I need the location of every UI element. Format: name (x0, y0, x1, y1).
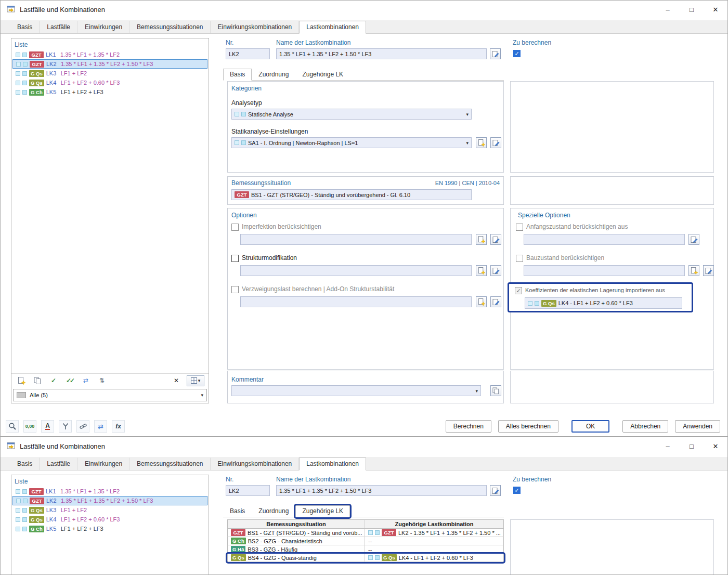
anwenden-button[interactable]: Anwenden (675, 420, 720, 433)
table-row[interactable]: G Ch BS2 - GZG - Charakteristisch -- (227, 537, 504, 545)
list-item[interactable]: GZT LK1 1.35 * LF1 + 1.35 * LF2 (12, 487, 207, 496)
list-item[interactable]: GZT LK1 1.35 * LF1 + 1.35 * LF2 (12, 50, 207, 59)
tab-bemessungssituationen[interactable]: Bemessungssituationen (129, 458, 210, 470)
list-item-selected[interactable]: GZT LK2 1.35 * LF1 + 1.35 * LF2 + 1.50 *… (12, 59, 207, 69)
new-settings-button[interactable] (476, 137, 487, 148)
minimize-button[interactable]: – (656, 437, 680, 455)
statik-dropdown[interactable]: SA1 - I. Ordnung | Newton-Raphson | LS=1… (231, 137, 472, 148)
column-header-bemessungssituation: Bemessungssituation (228, 520, 365, 528)
bemessung-field[interactable]: GZT BS1 - GZT (STR/GEO) - Ständig und vo… (231, 189, 472, 200)
name-field[interactable]: 1.35 * LF1 + 1.35 * LF2 + 1.50 * LF3 (276, 485, 487, 496)
tab-basis[interactable]: Basis (10, 458, 40, 470)
close-button[interactable]: ✕ (704, 437, 727, 455)
compute-checkbox[interactable]: ✓ (513, 50, 521, 57)
imperfektion-checkbox[interactable] (231, 224, 239, 231)
edit-imperfektion-button[interactable] (490, 234, 501, 245)
subtab-basis[interactable]: Basis (223, 69, 252, 81)
tab-lastkombinationen[interactable]: Lastkombinationen (299, 458, 366, 471)
new-verzweigungslast-button[interactable] (476, 296, 487, 307)
rename-button[interactable] (490, 485, 501, 496)
tab-einwirkungen[interactable]: Einwirkungen (77, 21, 129, 33)
koeffizienten-checkbox[interactable]: ✓ (515, 287, 522, 294)
analysetyp-dropdown[interactable]: Statische Analyse ▾ (231, 109, 472, 120)
table-row-highlighted[interactable]: G Qs BS4 - GZG - Quasi-ständig G Qs LK4 … (227, 554, 504, 562)
bauzustand-field[interactable] (524, 265, 685, 276)
strukturmodifikation-checkbox[interactable] (231, 255, 239, 262)
new-imperfektion-button[interactable] (476, 234, 487, 245)
tab-einwirkungskombinationen[interactable]: Einwirkungskombinationen (211, 21, 300, 33)
tab-basis[interactable]: Basis (10, 21, 40, 33)
anfangszustand-checkbox[interactable] (516, 224, 523, 231)
berechnen-button[interactable]: Berechnen (446, 420, 491, 433)
rename-button[interactable] (490, 48, 501, 59)
bauzustand-checkbox[interactable] (516, 255, 523, 262)
list-label: Liste (15, 478, 28, 485)
nr-label: Nr. (226, 39, 233, 46)
list-item[interactable]: G Ch LK5 LF1 + LF2 + LF3 (12, 87, 207, 97)
tab-lastkombinationen[interactable]: Lastkombinationen (299, 21, 366, 34)
tab-bemessungssituationen[interactable]: Bemessungssituationen (129, 21, 210, 33)
tab-einwirkungen[interactable]: Einwirkungen (77, 458, 129, 470)
new-strukturmodifikation-button[interactable] (476, 265, 487, 276)
maximize-button[interactable]: □ (680, 437, 704, 455)
renumber-button[interactable]: ⇄ (80, 375, 92, 386)
maximize-button[interactable]: □ (680, 1, 704, 18)
font-size-icon[interactable]: A (41, 420, 54, 433)
list-item[interactable]: G Qs LK4 LF1 + LF2 + 0.60 * LF3 (12, 515, 207, 524)
close-button[interactable]: ✕ (704, 1, 727, 18)
regenerate-icon[interactable]: ⇄ (94, 420, 107, 433)
tab-lastfaelle[interactable]: Lastfälle (40, 458, 77, 470)
copy-kommentar-button[interactable] (490, 385, 501, 396)
subtab-basis[interactable]: Basis (223, 505, 252, 517)
list-item[interactable]: G Qs LK3 LF1 + LF2 (12, 505, 207, 515)
units-icon[interactable] (59, 420, 72, 433)
list-item[interactable]: G Ch LK5 LF1 + LF2 + LF3 (12, 524, 207, 533)
edit-strukturmodifikation-button[interactable] (490, 265, 501, 276)
abbrechen-button[interactable]: Abbrechen (622, 420, 668, 433)
anfangszustand-field[interactable] (524, 234, 685, 245)
table-row[interactable]: G Hä BS3 - GZG - Häufig -- (227, 545, 504, 554)
kategorien-group: Kategorien Analysetyp Statische Analyse … (227, 81, 504, 173)
edit-bauzustand-button[interactable] (703, 265, 714, 276)
edit-settings-button[interactable] (490, 137, 501, 148)
strukturmodifikation-field[interactable] (240, 265, 472, 276)
subtab-zuordnung[interactable]: Zuordnung (252, 505, 295, 517)
verzweigungslast-checkbox[interactable] (231, 286, 239, 293)
list-item[interactable]: G Qs LK4 LF1 + LF2 + 0.60 * LF3 (12, 78, 207, 87)
copy-item-button[interactable] (32, 375, 43, 386)
ok-button[interactable]: OK (571, 420, 609, 433)
check-edit-button[interactable]: ✓ (48, 375, 59, 386)
subtab-zugehoerige-lk-highlighted[interactable]: Zugehörige LK (295, 505, 350, 517)
link-icon[interactable] (76, 420, 89, 433)
subtab-zuordnung[interactable]: Zuordnung (252, 69, 295, 80)
check-all-button[interactable]: ✓✓ (64, 375, 75, 386)
nr-field[interactable]: LK2 (226, 48, 270, 59)
new-bauzustand-button[interactable] (688, 265, 699, 276)
alles-berechnen-button[interactable]: Alles berechnen (498, 420, 558, 433)
find-edit-icon[interactable] (6, 420, 19, 433)
koeffizienten-field[interactable]: G Qs LK4 - LF1 + LF2 + 0.60 * LF3 (525, 297, 682, 309)
minimize-button[interactable]: – (656, 1, 680, 18)
formula-icon[interactable]: fx (112, 420, 125, 433)
list-item-selected[interactable]: GZT LK2 1.35 * LF1 + 1.35 * LF2 + 1.50 *… (12, 496, 207, 505)
nr-field[interactable]: LK2 (226, 485, 270, 496)
table-view-button[interactable]: ▾ (187, 375, 204, 386)
imperfektion-field[interactable] (240, 234, 472, 245)
delete-button[interactable]: ✕ (171, 375, 182, 386)
decimal-places-icon[interactable]: 0,00 (23, 420, 36, 433)
kommentar-dropdown[interactable]: ▾ (231, 385, 481, 396)
new-item-button[interactable] (16, 375, 27, 386)
subtab-zugehoerige-lk[interactable]: Zugehörige LK (295, 69, 350, 80)
table-row[interactable]: GZT BS1 - GZT (STR/GEO) - Ständig und vo… (227, 529, 504, 537)
sort-button[interactable]: ⇅ (96, 375, 108, 386)
edit-icon (492, 487, 499, 494)
name-field[interactable]: 1.35 * LF1 + 1.35 * LF2 + 1.50 * LF3 (276, 48, 487, 59)
list-item[interactable]: G Qs LK3 LF1 + LF2 (12, 69, 207, 78)
tab-lastfaelle[interactable]: Lastfälle (40, 21, 77, 33)
compute-checkbox[interactable]: ✓ (513, 487, 521, 494)
edit-verzweigungslast-button[interactable] (490, 296, 501, 307)
list-filter-dropdown[interactable]: Alle (5) ▾ (13, 389, 207, 401)
verzweigungslast-field[interactable] (240, 296, 472, 307)
tab-einwirkungskombinationen[interactable]: Einwirkungskombinationen (211, 458, 300, 470)
edit-anfangszustand-button[interactable] (688, 234, 699, 245)
